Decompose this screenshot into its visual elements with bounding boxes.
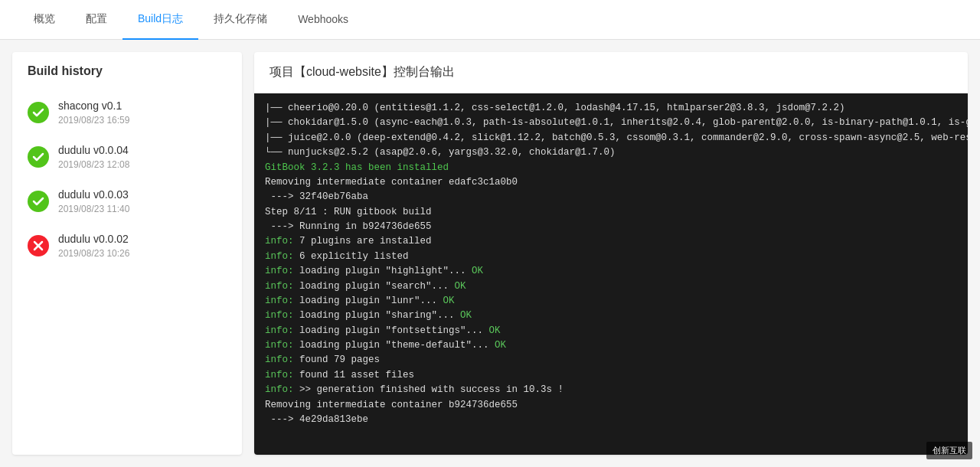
build-item-time: 2019/08/23 11:40 — [58, 204, 129, 214]
console-line: info: loading plugin "search"... OK — [265, 279, 957, 294]
console-line: info: >> generation finished with succes… — [265, 383, 957, 397]
main-content: Build history shacong v0.12019/08/23 16:… — [0, 40, 980, 467]
build-item[interactable]: dudulu v0.0.022019/08/23 10:26 — [12, 224, 242, 268]
console-line: └── nunjucks@2.5.2 (asap@2.0.6, yargs@3.… — [265, 145, 957, 160]
build-item-info: shacong v0.12019/08/23 16:59 — [58, 100, 129, 126]
console-line: ---> Running in b924736de655 — [265, 220, 957, 234]
sidebar-title: Build history — [12, 64, 242, 90]
success-icon — [28, 102, 49, 123]
nav-tab-配置[interactable]: 配置 — [70, 0, 122, 40]
console-line: info: 6 explicitly listed — [265, 250, 957, 264]
console-line: |── juice@2.0.0 (deep-extend@0.4.2, slic… — [265, 131, 957, 145]
build-item[interactable]: shacong v0.12019/08/23 16:59 — [12, 90, 242, 135]
build-item[interactable]: dudulu v0.0.042019/08/23 12:08 — [12, 135, 242, 179]
console-line: info: loading plugin "theme-default"... … — [265, 338, 957, 353]
console-line: |── chokidar@1.5.0 (async-each@1.0.3, pa… — [265, 116, 957, 130]
console-line: |── cheerio@0.20.0 (entities@1.1.2, css-… — [265, 101, 957, 116]
nav-tab-Webhooks[interactable]: Webhooks — [283, 0, 364, 40]
nav-tab-概览[interactable]: 概览 — [18, 0, 70, 40]
build-item-name: dudulu v0.0.04 — [58, 144, 129, 156]
build-item-name: dudulu v0.0.02 — [58, 233, 129, 245]
console-line: Step 8/11 : RUN gitbook build — [265, 205, 957, 220]
console-line: info: loading plugin "lunr"... OK — [265, 294, 957, 309]
build-item-info: dudulu v0.0.042019/08/23 12:08 — [58, 144, 129, 170]
console-line: info: 7 plugins are installed — [265, 234, 957, 249]
nav-tab-Build日志[interactable]: Build日志 — [122, 0, 198, 40]
build-item-info: dudulu v0.0.032019/08/23 11:40 — [58, 188, 129, 214]
build-item-time: 2019/08/23 10:26 — [58, 248, 129, 259]
console-line: info: found 11 asset files — [265, 368, 957, 383]
build-item-name: dudulu v0.0.03 — [58, 188, 129, 201]
build-item-info: dudulu v0.0.022019/08/23 10:26 — [58, 233, 129, 259]
build-item-time: 2019/08/23 16:59 — [58, 115, 129, 126]
console-line: GitBook 3.2.3 has been installed — [265, 161, 957, 175]
console-line: info: loading plugin "fontsettings"... O… — [265, 324, 957, 338]
build-history-sidebar: Build history shacong v0.12019/08/23 16:… — [12, 52, 242, 455]
console-line: info: found 79 pages — [265, 353, 957, 367]
build-item-time: 2019/08/23 12:08 — [58, 159, 129, 170]
console-line: Removing intermediate container b924736d… — [265, 398, 957, 413]
console-line: info: loading plugin "highlight"... OK — [265, 264, 957, 279]
success-icon — [28, 191, 49, 212]
console-line: ---> 32f40eb76aba — [265, 190, 957, 204]
console-header: 项目【cloud-website】控制台输出 — [254, 52, 968, 93]
failure-icon — [28, 235, 49, 256]
console-panel: 项目【cloud-website】控制台输出 |── cheerio@0.20.… — [254, 52, 968, 455]
console-line: info: loading plugin "sharing"... OK — [265, 309, 957, 323]
console-line: Removing intermediate container edafc3c1… — [265, 175, 957, 190]
build-item-name: shacong v0.1 — [58, 100, 129, 112]
console-output[interactable]: |── cheerio@0.20.0 (entities@1.1.2, css-… — [254, 93, 968, 455]
console-line: ---> 4e29da813ebe — [265, 413, 957, 427]
build-item[interactable]: dudulu v0.0.032019/08/23 11:40 — [12, 179, 242, 224]
top-navigation: 概览配置Build日志持久化存储Webhooks — [0, 0, 980, 40]
watermark: 创新互联 — [926, 442, 972, 459]
nav-tab-持久化存储[interactable]: 持久化存储 — [198, 0, 283, 40]
success-icon — [28, 146, 49, 168]
